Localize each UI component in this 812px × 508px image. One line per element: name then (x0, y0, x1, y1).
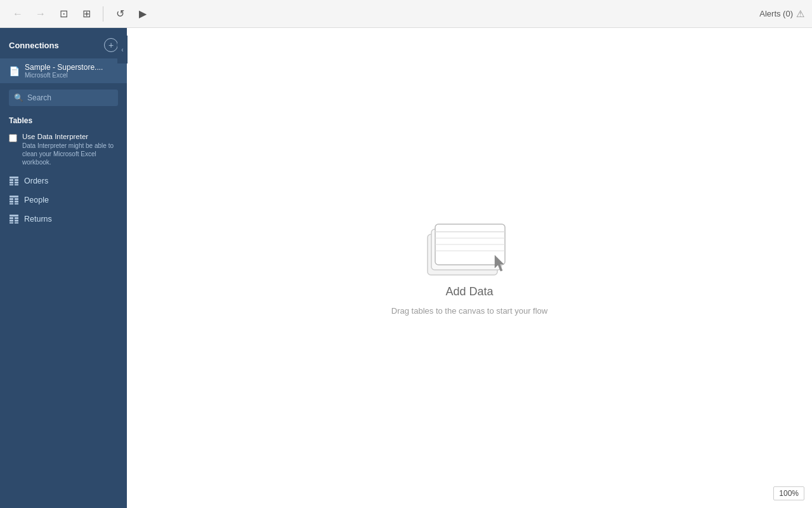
capture-button[interactable]: ⊞ (76, 4, 96, 24)
connection-text: Sample - Superstore.... Microsoft Excel (25, 63, 118, 79)
svg-rect-7 (10, 196, 18, 197)
tables-header: Tables (0, 112, 127, 128)
table-item-returns[interactable]: Returns (0, 210, 127, 229)
table-item-orders[interactable]: Orders (0, 171, 127, 190)
add-data-illustration (425, 220, 514, 277)
forward-button[interactable]: → (30, 4, 51, 24)
search-icon: 🔍 (14, 93, 23, 102)
svg-rect-11 (15, 201, 18, 203)
table-grid-icon (9, 176, 19, 186)
table-name-people: People (24, 196, 49, 204)
svg-rect-2 (15, 179, 18, 181)
add-data-subtitle: Drag tables to the canvas to start your … (391, 306, 547, 316)
use-interpreter-checkbox[interactable] (9, 134, 17, 142)
svg-rect-20 (15, 222, 18, 224)
alerts-area: Alerts (0) ⚠ (759, 8, 804, 20)
svg-rect-5 (10, 184, 13, 185)
svg-rect-16 (15, 217, 18, 219)
svg-rect-10 (10, 201, 13, 203)
connections-title: Connections (9, 41, 59, 50)
table-item-people[interactable]: People (0, 190, 127, 210)
back-button[interactable]: ← (8, 4, 28, 24)
connection-item[interactable]: 📄 Sample - Superstore.... Microsoft Exce… (0, 58, 127, 83)
alert-icon: ⚠ (796, 8, 804, 20)
svg-rect-18 (15, 220, 18, 222)
svg-rect-13 (15, 203, 18, 204)
table-name-orders: Orders (24, 177, 48, 185)
svg-rect-19 (10, 222, 13, 224)
use-interpreter-option: Use Data Interpreter Data Interpreter mi… (0, 128, 127, 171)
svg-rect-4 (15, 182, 18, 184)
add-connection-button[interactable]: + (104, 38, 118, 52)
svg-rect-15 (10, 217, 13, 219)
search-input-wrap: 🔍 (9, 90, 118, 106)
table-grid-icon-people (9, 195, 19, 205)
connection-subtitle: Microsoft Excel (25, 72, 118, 79)
connection-name: Sample - Superstore.... (25, 63, 118, 72)
fit-button[interactable]: ⊡ (53, 4, 74, 24)
svg-rect-12 (10, 203, 13, 204)
svg-rect-9 (15, 198, 18, 200)
svg-rect-17 (10, 220, 13, 222)
table-name-returns: Returns (24, 215, 52, 224)
use-interpreter-label: Use Data Interpreter (22, 133, 118, 140)
table-grid-icon-returns (9, 214, 19, 224)
search-area: 🔍 (0, 83, 127, 112)
toolbar-divider (103, 6, 103, 22)
svg-rect-14 (10, 215, 18, 217)
refresh-button[interactable]: ↺ (110, 4, 130, 24)
file-icon: 📄 (9, 66, 20, 76)
sidebar: ‹ Connections + 📄 Sample - Superstore...… (0, 28, 127, 508)
use-interpreter-text-block: Use Data Interpreter Data Interpreter mi… (22, 133, 118, 166)
svg-rect-1 (10, 179, 13, 181)
svg-rect-0 (10, 177, 18, 178)
add-data-container: Add Data Drag tables to the canvas to st… (391, 220, 547, 316)
toolbar: ← → ⊡ ⊞ ↺ ▶ Alerts (0) ⚠ (0, 0, 812, 28)
svg-rect-3 (10, 182, 13, 184)
add-data-svg (425, 220, 514, 277)
sidebar-collapse-button[interactable]: ‹ (117, 36, 128, 64)
use-interpreter-sublabel: Data Interpreter might be able to clean … (22, 142, 118, 166)
alerts-label: Alerts (0) (759, 9, 793, 18)
search-input[interactable] (27, 90, 113, 106)
connections-header: Connections + (0, 28, 127, 58)
main-layout: ‹ Connections + 📄 Sample - Superstore...… (0, 28, 812, 508)
svg-rect-8 (10, 198, 13, 200)
zoom-badge: 100% (773, 486, 804, 500)
run-button[interactable]: ▶ (133, 4, 153, 24)
add-data-title: Add Data (445, 285, 493, 298)
canvas-area: Add Data Drag tables to the canvas to st… (127, 28, 812, 508)
svg-rect-6 (15, 184, 18, 185)
